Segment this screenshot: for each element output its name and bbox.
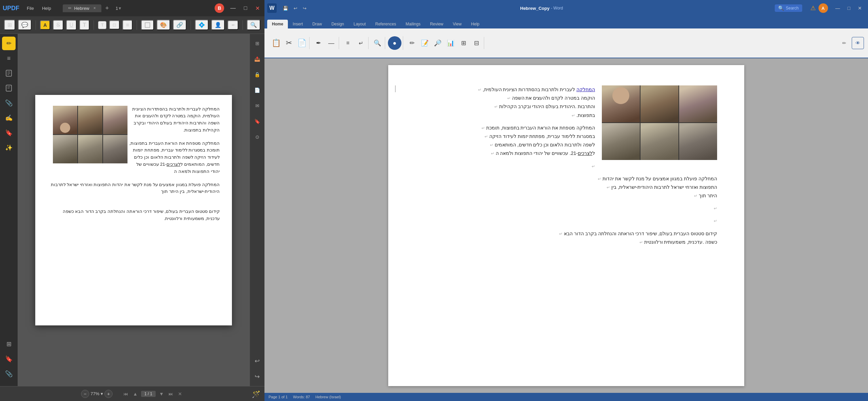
zoom-arrow[interactable]: ▾ <box>101 391 103 396</box>
word-close-btn[interactable]: ✕ <box>854 4 865 12</box>
toolbar-color-btn[interactable]: 🎨 <box>157 20 170 30</box>
word-read-view-btn[interactable]: 👁 <box>852 37 864 49</box>
page-nav-close-btn[interactable]: ✕ <box>177 390 183 397</box>
word-marker-btn[interactable]: — <box>325 37 337 49</box>
page-first-btn[interactable]: ⏮ <box>122 390 130 397</box>
word-search-box[interactable]: 🔍 Search <box>775 4 802 12</box>
word-edit-view-btn[interactable]: ✏ <box>838 37 850 49</box>
pdf-image-collage <box>53 106 127 163</box>
word-redo-btn[interactable]: ↪ <box>301 5 309 12</box>
ribbon-tab-view[interactable]: View <box>448 20 467 28</box>
updf-window-controls: B — □ ✕ <box>215 3 262 13</box>
collage-photo-4 <box>53 135 77 163</box>
right-sidebar-icon-2[interactable]: 📤 <box>251 52 264 66</box>
updf-tab[interactable]: ✏ Hebrew × <box>63 4 101 12</box>
toolbar-shape-btn[interactable] <box>141 20 154 30</box>
word-text-format-group: ✒ — <box>311 37 339 49</box>
word-collage-6 <box>679 123 717 160</box>
ribbon-tab-insert[interactable]: Insert <box>288 20 308 28</box>
newline-marker-4: ↵ <box>572 113 575 118</box>
updf-close-btn[interactable]: ✕ <box>253 4 262 12</box>
right-sidebar-icon-5[interactable]: ✉ <box>251 99 264 113</box>
page-next-btn[interactable]: ▼ <box>158 390 165 397</box>
toolbar-user-btn[interactable]: 👤 <box>211 20 225 30</box>
ribbon-tab-design[interactable]: Design <box>327 20 349 28</box>
word-indent-btn[interactable]: ↵ <box>355 37 367 49</box>
toolbar-textblock-btn[interactable]: ⊡ <box>109 20 120 29</box>
word-tool1-btn[interactable]: ✏ <box>406 37 418 49</box>
right-sidebar-redo[interactable]: ↪ <box>251 370 264 383</box>
ribbon-tab-review[interactable]: Review <box>425 20 448 28</box>
toolbar-search-btn[interactable]: 🔍 <box>247 20 260 30</box>
word-minimize-btn[interactable]: — <box>832 4 844 12</box>
toolbar-textflow-btn[interactable]: ≡ <box>122 20 132 30</box>
page-last-btn[interactable]: ⏭ <box>167 390 175 397</box>
right-sidebar-undo[interactable]: ↩ <box>251 354 264 368</box>
sidebar-icon-magic[interactable]: ✨ <box>2 141 16 155</box>
word-copy-btn[interactable]: 📄 <box>296 37 308 49</box>
ribbon-tab-help[interactable]: Help <box>466 20 484 28</box>
word-paste-btn[interactable]: 📋 <box>270 37 282 49</box>
tab-close-btn[interactable]: × <box>94 6 96 11</box>
toolbar-strikethrough-btn[interactable]: S <box>53 20 63 30</box>
word-tool2-btn[interactable]: 📝 <box>419 37 431 49</box>
menu-file[interactable]: File <box>23 4 37 12</box>
word-paragraph-3: המחלקה פועלת במגוון אמצעים על מנת לקשר א… <box>415 175 717 200</box>
word-circle-btn[interactable]: ● <box>388 36 401 50</box>
word-maximize-btn[interactable]: □ <box>844 4 854 12</box>
tab-add-btn[interactable]: + <box>103 5 112 12</box>
right-sidebar-icon-7[interactable]: ⊙ <box>251 130 264 144</box>
ribbon-tab-layout[interactable]: Layout <box>349 20 371 28</box>
word-tool3-btn[interactable]: 🔎 <box>432 37 444 49</box>
toolbar-divider-4 <box>191 20 191 30</box>
word-tool4-btn[interactable]: 📊 <box>445 37 457 49</box>
menu-help[interactable]: Help <box>39 4 55 12</box>
sidebar-icon-attach[interactable]: 📎 <box>2 96 16 110</box>
toolbar-textbox-btn[interactable]: T <box>98 21 106 29</box>
sidebar-icon-bookmark-list[interactable] <box>2 81 16 95</box>
word-pen-btn[interactable]: ✒ <box>312 37 324 49</box>
ribbon-tab-draw[interactable]: Draw <box>308 20 327 28</box>
word-link-text[interactable]: המחלקה <box>576 87 595 92</box>
sidebar-icon-stamp2[interactable]: 🔖 <box>2 126 16 140</box>
updf-ai-btn[interactable]: 🪄 <box>252 390 260 398</box>
toolbar-link-btn[interactable]: 🔗 <box>173 20 186 30</box>
toolbar-comment-btn[interactable]: 💬 <box>18 20 32 30</box>
toolbar-thumbnail-btn[interactable]: ⊞ <box>4 20 15 30</box>
sidebar-icon-highlight[interactable]: ✏ <box>2 37 16 50</box>
word-tool6-btn[interactable]: ⊟ <box>470 37 482 49</box>
right-sidebar-icon-6[interactable]: 🔖 <box>251 115 264 128</box>
right-sidebar-icon-3[interactable]: 🔒 <box>251 68 264 81</box>
word-cut-btn[interactable]: ✂ <box>283 37 295 49</box>
ribbon-tab-home[interactable]: Home <box>267 20 288 28</box>
zoom-in-btn[interactable]: + <box>104 390 113 398</box>
page-prev-btn[interactable]: ▲ <box>132 390 139 397</box>
sidebar-icon-list[interactable]: ≡ <box>2 52 16 65</box>
sidebar-icon-pages[interactable] <box>2 66 16 80</box>
updf-maximize-btn[interactable]: □ <box>242 4 249 12</box>
word-tool5-btn[interactable]: ⊞ <box>457 37 470 49</box>
word-undo-btn[interactable]: ↩ <box>292 5 299 12</box>
sidebar-icon-bookmark2[interactable]: 🔖 <box>2 352 16 366</box>
word-save-btn[interactable]: 💾 <box>281 5 290 12</box>
sidebar-icon-clip[interactable]: 📎 <box>2 367 16 381</box>
sidebar-icon-layers[interactable]: ⊞ <box>2 337 16 351</box>
zoom-out-btn[interactable]: − <box>81 390 89 398</box>
word-paragraph-4: קידום סטטוס העברית בעולם, שיפור דרכי הור… <box>415 229 717 246</box>
pdf-paragraph-4: קידום סטטוס העברית בעולם, שיפור דרכי הור… <box>47 208 220 222</box>
word-panel: W 💾 ↩ ↪ Hebrew_Copy - Word 🔍 Search ⚠ A … <box>264 0 868 401</box>
toolbar-stamp-btn[interactable]: 💠 <box>195 20 209 30</box>
word-find-btn[interactable]: 🔍 <box>371 37 383 49</box>
toolbar-text-btn[interactable]: T <box>79 20 90 30</box>
right-sidebar-icon-1[interactable]: ⊞ <box>251 37 264 50</box>
newline-marker-14: ↵ <box>714 219 717 223</box>
sidebar-icon-signature[interactable]: ✍ <box>2 111 16 125</box>
updf-minimize-btn[interactable]: — <box>228 4 238 12</box>
ribbon-tab-mailings[interactable]: Mailings <box>401 20 425 28</box>
toolbar-underline-btn[interactable]: U <box>66 20 77 30</box>
toolbar-sign-btn[interactable]: ✒ <box>228 20 238 30</box>
ribbon-tab-references[interactable]: References <box>371 20 401 28</box>
toolbar-highlight-btn[interactable]: A <box>40 20 50 30</box>
word-align-btn[interactable]: ≡ <box>342 37 354 49</box>
right-sidebar-icon-4[interactable]: 📄 <box>251 83 264 97</box>
